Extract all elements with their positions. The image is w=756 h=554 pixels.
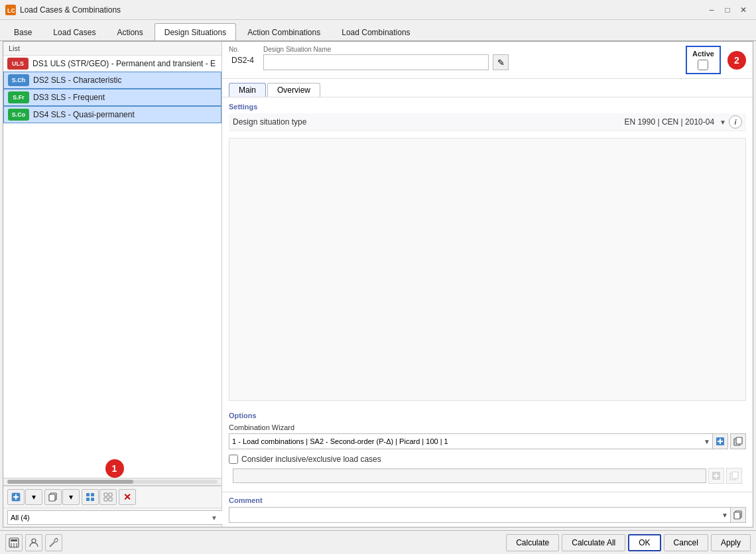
svg-rect-26 [734, 512, 740, 519]
select-all-button[interactable] [82, 489, 99, 505]
list-item[interactable]: S.Ch DS2 SLS - Characteristic [3, 72, 221, 89]
deselect-all-button[interactable] [99, 489, 117, 505]
filter-select[interactable]: All (4) Active Inactive [7, 510, 224, 525]
options-section: Options Combination Wizard 1 - Load comb… [222, 405, 753, 489]
tab-action-combinations[interactable]: Action Combinations [237, 23, 330, 40]
app-icon: LC [5, 5, 16, 15]
main-content: List ULS DS1 ULS (STR/GEO) - Permanent a… [3, 41, 753, 527]
svg-point-33 [13, 545, 15, 547]
item-badge-sco: S.Co [8, 109, 29, 121]
item-label: DS4 SLS - Quasi-permanent [33, 110, 135, 119]
settings-section: Settings Design situation type EN 1990 |… [222, 97, 753, 134]
ok-button[interactable]: OK [628, 534, 661, 551]
no-value: DS2-4 [229, 54, 257, 66]
dsn-field-group: Design Situation Name ✎ [263, 46, 672, 74]
title-bar: LC Load Cases & Combinations – □ ✕ [0, 0, 756, 20]
design-situation-type-row: Design situation type EN 1990 | CEN | 20… [229, 113, 746, 131]
left-panel: List ULS DS1 ULS (STR/GEO) - Permanent a… [3, 42, 222, 527]
tab-base[interactable]: Base [4, 23, 42, 40]
inclusive-exclusive-checkbox[interactable] [229, 455, 238, 464]
combo-wizard-select[interactable]: 1 - Load combinations | SA2 - Second-ord… [229, 433, 714, 449]
active-label: Active [692, 50, 714, 58]
add-item-button[interactable] [7, 489, 25, 505]
window-title: Load Cases & Combinations [20, 5, 704, 15]
calculate-button[interactable]: Calculate [506, 534, 559, 551]
item-badge-sfr: S.Fr [8, 91, 29, 103]
item-label: DS2 SLS - Characteristic [33, 76, 121, 85]
list-items: ULS DS1 ULS (STR/GEO) - Permanent and tr… [3, 56, 221, 446]
toolbar-group-duplicate: ▾ [44, 489, 80, 505]
dsn-input[interactable] [263, 54, 489, 70]
edit-dsn-button[interactable]: ✎ [493, 54, 509, 70]
duplicate-dropdown-button[interactable]: ▾ [62, 489, 80, 505]
list-item[interactable]: S.Fr DS3 SLS - Frequent [3, 89, 221, 106]
minimize-button[interactable]: – [704, 3, 719, 17]
svg-point-32 [11, 545, 12, 547]
combo-add-button[interactable] [712, 433, 728, 449]
svg-rect-11 [104, 493, 107, 496]
maximize-button[interactable]: □ [720, 3, 735, 17]
tab-design-situations[interactable]: Design Situations [155, 23, 236, 40]
inclusive-exclusive-row: Consider inclusive/exclusive load cases [229, 455, 746, 464]
active-section: Active 2 [686, 46, 746, 74]
options-title: Options [229, 412, 746, 419]
svg-point-34 [16, 545, 17, 547]
svg-point-31 [16, 543, 17, 545]
list-item[interactable]: ULS DS1 ULS (STR/GEO) - Permanent and tr… [3, 56, 221, 72]
dst-value: EN 1990 | CEN | 2010-04 [624, 117, 714, 127]
dst-dropdown-arrow: ▼ [720, 119, 726, 126]
svg-point-30 [13, 543, 15, 545]
calculate-all-button[interactable]: Calculate All [562, 534, 625, 551]
svg-rect-7 [86, 493, 90, 496]
active-checkbox[interactable] [698, 60, 708, 70]
filter-row: All (4) Active Inactive ▼ [3, 508, 221, 527]
toolbar-group-select [82, 489, 117, 505]
cancel-button[interactable]: Cancel [664, 534, 708, 551]
horizontal-scrollbar[interactable] [3, 478, 221, 486]
right-header: No. DS2-4 Design Situation Name ✎ Active… [222, 42, 753, 79]
svg-rect-8 [91, 493, 94, 496]
circle-badge-1: 1 [105, 459, 124, 478]
duplicate-button[interactable] [44, 489, 62, 505]
right-panel: No. DS2-4 Design Situation Name ✎ Active… [222, 42, 753, 527]
svg-rect-24 [732, 472, 738, 478]
add-dropdown-button[interactable]: ▾ [25, 489, 42, 505]
wrench-icon-button[interactable] [45, 534, 62, 551]
calculator-icon-button[interactable] [5, 534, 23, 551]
info-button[interactable]: i [729, 115, 742, 129]
delete-button[interactable]: ✕ [119, 489, 136, 505]
left-toolbar: ▾ ▾ ✕ [3, 486, 221, 508]
svg-rect-13 [104, 498, 107, 501]
person-icon-button[interactable] [25, 534, 42, 551]
no-label: No. [229, 46, 257, 53]
dsn-label: Design Situation Name [263, 46, 672, 53]
inner-tab-bar: Main Overview [222, 79, 753, 97]
circle-badge-2: 2 [727, 51, 746, 70]
item-label: DS3 SLS - Frequent [33, 93, 105, 102]
svg-rect-14 [109, 498, 112, 501]
combo-edit-button[interactable] [730, 433, 746, 449]
svg-rect-10 [91, 498, 94, 501]
svg-text:LC: LC [7, 7, 15, 14]
tab-load-combinations[interactable]: Load Combinations [332, 23, 420, 40]
inner-tab-main[interactable]: Main [229, 83, 266, 97]
toolbar-group-add: ▾ [7, 489, 42, 505]
apply-button[interactable]: Apply [711, 534, 751, 551]
list-header: List [3, 42, 221, 56]
inclusive-edit-button [726, 468, 742, 484]
inner-tab-overview[interactable]: Overview [267, 83, 320, 97]
tab-load-cases[interactable]: Load Cases [43, 23, 105, 40]
main-tab-bar: Base Load Cases Actions Design Situation… [0, 20, 756, 41]
list-item[interactable]: S.Co DS4 SLS - Quasi-permanent [3, 106, 221, 123]
window-controls[interactable]: – □ ✕ [704, 3, 751, 17]
combo-wizard-label: Combination Wizard [229, 423, 746, 431]
comment-copy-button[interactable] [730, 507, 746, 523]
inclusive-input [233, 469, 706, 483]
svg-rect-9 [86, 498, 90, 501]
svg-rect-28 [11, 539, 17, 541]
comment-select[interactable] [229, 507, 731, 523]
tab-actions[interactable]: Actions [107, 23, 153, 40]
svg-point-29 [11, 543, 12, 545]
close-button[interactable]: ✕ [736, 3, 751, 17]
bottom-left-icons [5, 534, 62, 551]
